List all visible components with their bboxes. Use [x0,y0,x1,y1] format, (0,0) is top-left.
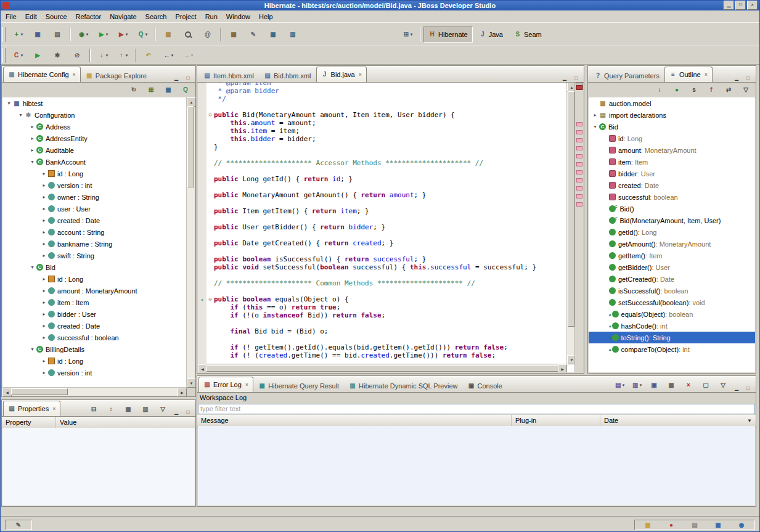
maximize-editor-button[interactable]: □ [571,73,581,82]
minimize-window-button[interactable]: ▁ [724,1,734,10]
expander-icon[interactable]: ▸ [28,136,36,141]
menu-project[interactable]: Project [171,12,200,22]
run-icon[interactable]: ▶▾ [94,27,112,43]
outline-item-id[interactable]: id : Long [589,133,755,144]
toolbar-drag-handle[interactable] [2,48,6,63]
perspective-hibernate[interactable]: HHibernate [423,27,473,43]
outline-item-created[interactable]: created : Date [589,179,755,191]
toolbar-drag-handle[interactable] [2,27,6,42]
vertical-scrollbar[interactable]: ▲ ▼ [186,97,195,388]
tab-item-hbm-xml[interactable]: ▤Item.hbm.xml [198,68,259,82]
dropdown-arrow-icon[interactable]: ▾ [21,32,23,37]
occurrence-marker[interactable] [576,170,582,174]
occurrence-marker[interactable] [576,154,582,158]
occurrence-marker[interactable] [576,202,582,207]
properties-table-body[interactable] [2,428,195,505]
scroll-down-button[interactable]: ▼ [187,379,196,388]
outline-item-item[interactable]: item : Item [589,156,755,168]
tab-outline[interactable]: ≡Outline× [664,67,713,82]
expander-icon[interactable]: ▸ [40,335,48,340]
globe-icon[interactable]: ◉ [732,517,751,532]
outline-item-auction-model[interactable]: ▦auction.model [589,97,755,109]
tree-item-id-long[interactable]: ▸id : Long [2,168,187,179]
categories-icon[interactable]: ▦ [120,403,136,416]
expander-icon[interactable]: ▸ [40,194,48,200]
menu-run[interactable]: Run [201,12,222,22]
tab-bid-hbm-xml[interactable]: ▤Bid.hbm.xml [259,68,316,82]
close-icon[interactable]: × [73,72,76,78]
hide-non-public-icon[interactable]: ● [669,83,685,97]
new-wizard-icon[interactable]: +▾ [9,27,27,43]
outline-item-getcreated[interactable]: getCreated() : Date [589,273,755,285]
expander-icon[interactable]: ▸ [40,288,48,293]
outline-item-getamount[interactable]: getAmount() : MonetaryAmount [589,238,755,250]
criteria-editor-icon[interactable]: ▦ [264,27,282,43]
dropdown-arrow-icon[interactable]: ▾ [106,53,108,58]
filter-input[interactable] [198,404,755,414]
tree-item-version-int[interactable]: ▸version : int [2,179,187,191]
column-property[interactable]: Property [2,417,56,428]
editor-vertical-scrollbar[interactable]: ▲ ▼ [566,83,575,364]
dropdown-arrow-icon[interactable]: ▾ [21,53,23,58]
tab-hibernate-query-result[interactable]: ▦Hibernate Query Result [253,379,344,392]
tree-item-addressentity[interactable]: ▸CAddressEntity [2,133,187,144]
dropdown-arrow-icon[interactable]: ▾ [106,32,108,37]
scrollbar-thumb[interactable] [206,365,558,372]
column-value[interactable]: Value [56,417,195,428]
minimize-view-button[interactable]: ▁ [732,383,742,392]
expander-icon[interactable]: ▸ [40,171,48,176]
tree-item-bankaccount[interactable]: ▾CBankAccount [2,156,187,168]
outline-item-hashcode[interactable]: ▴hashCode() : int [589,320,755,332]
refresh-icon[interactable]: ↻ [126,83,142,97]
occurrence-marker[interactable] [576,194,582,198]
print-icon[interactable]: ▤ [48,27,67,43]
expander-icon[interactable]: ▸ [40,276,48,282]
menu-window[interactable]: Window [222,12,255,22]
close-window-button[interactable]: × [747,1,758,10]
dropdown-arrow-icon[interactable]: ▾ [623,383,625,388]
dropdown-arrow-icon[interactable]: ▾ [126,53,128,58]
occurrence-marker[interactable] [576,122,582,126]
menu-edit[interactable]: Edit [21,12,41,22]
tree-item-bankname-string[interactable]: ▸bankname : String [2,238,187,250]
expander-icon[interactable]: ▾ [17,112,25,118]
header-menu-icon[interactable]: ▼ [747,418,752,424]
sort-icon[interactable]: ↕ [103,403,119,416]
outline-item-bid[interactable]: cBid() [589,203,755,215]
maximize-window-button[interactable]: □ [735,1,746,10]
expander-icon[interactable]: ▸ [40,358,48,364]
link-editor-icon[interactable]: ⇄ [721,83,737,97]
save-icon[interactable]: ▣ [28,27,47,43]
open-log-icon[interactable]: ▤▾ [611,379,627,392]
annotation-icon[interactable]: @ [198,27,217,43]
close-icon[interactable]: × [705,72,708,78]
log-icon[interactable]: ▤ [685,517,704,532]
tree-item-created-date[interactable]: ▸created : Date [2,320,187,332]
tree-item-user-user[interactable]: ▸user : User [2,203,187,215]
run-server-icon[interactable]: ▶ [28,48,47,63]
log-table-body[interactable] [198,426,755,505]
skip-breakpoints-icon[interactable]: ⊘ [68,48,86,63]
expander-icon[interactable]: ▸ [40,300,48,305]
scrollbar-thumb[interactable] [187,106,194,187]
outline-item-issuccessful[interactable]: isSuccessful() : boolean [589,285,755,297]
tree-item-successful-boolean[interactable]: ▸successful : boolean [2,332,187,343]
tree-item-bidder-user[interactable]: ▸bidder : User [2,308,187,320]
writable-icon[interactable]: ✎ [9,517,28,532]
mapping-editor-icon[interactable]: ✎ [244,27,263,43]
maximize-view-button[interactable]: □ [183,407,193,416]
close-icon[interactable]: × [359,72,362,78]
column-message[interactable]: Message [197,415,512,426]
tab-package-explore[interactable]: ▦Package Explore [81,68,152,82]
menu-navigate[interactable]: Navigate [105,12,141,22]
dropdown-arrow-icon[interactable]: ▾ [86,32,89,37]
hql-editor-icon[interactable]: Q [178,83,194,97]
dropdown-arrow-icon[interactable]: ▾ [145,32,148,37]
tree-item-version-int[interactable]: ▸version : int [2,367,187,379]
add-configuration-icon[interactable]: ⊞ [143,83,159,97]
column-plugin[interactable]: Plug-in [512,415,600,426]
hibernate-config-tree[interactable]: ▾▦hibtest▾✱Configuration▸CAddress▸CAddre… [2,97,187,388]
hide-fields-icon[interactable]: f [703,83,719,97]
dropdown-arrow-icon[interactable]: ▾ [126,32,128,37]
occurrence-marker[interactable] [576,178,582,182]
